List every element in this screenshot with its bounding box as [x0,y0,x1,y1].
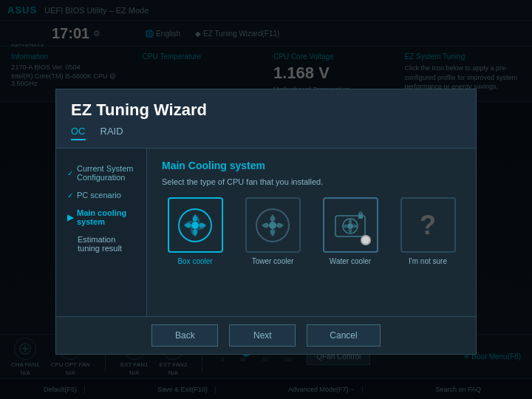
box-cooler-label: Box cooler [177,257,212,265]
question-icon: ? [420,210,436,241]
dialog-tabs: OC RAID [71,126,461,140]
cooler-unsure[interactable]: ? I'm not sure [395,197,461,265]
step-result[interactable]: Estimation tuning result [64,231,139,257]
tower-fan-svg [254,207,291,244]
check-icon: ✓ [67,169,73,177]
svg-point-6 [347,223,353,229]
tower-cooler-icon-wrap [245,197,301,253]
arrow-icon: ▶ [67,213,73,222]
cooler-options: Box cooler Tower cooler [162,197,461,265]
dialog-footer: Back Next Cancel [56,316,476,354]
unsure-icon-wrap: ? [400,197,456,253]
svg-point-1 [191,222,199,229]
box-cooler-icon-wrap [168,197,223,253]
content-area: Main Cooling system Select the type of C… [147,149,476,316]
ez-tuning-dialog: EZ Tuning Wizard OC RAID ✓ Current Syste… [55,89,477,355]
box-fan-svg [177,207,214,244]
step-config[interactable]: ✓ Current System Configuration [64,160,139,186]
water-cooler-icon-wrap [323,197,378,253]
dialog-body: ✓ Current System Configuration ✓ PC scen… [56,149,476,316]
back-button[interactable]: Back [151,324,218,347]
cooler-tower[interactable]: Tower cooler [239,197,306,265]
svg-point-3 [269,222,276,229]
next-button[interactable]: Next [229,324,296,347]
dialog-header: EZ Tuning Wizard OC RAID [56,89,476,149]
unsure-label: I'm not sure [409,257,447,265]
content-desc: Select the type of CPU fan that you inst… [162,177,461,186]
tab-oc[interactable]: OC [71,126,86,140]
dialog-title: EZ Tuning Wizard [71,100,461,120]
cooler-water[interactable]: Water cooler [317,197,383,265]
step-scenario[interactable]: ✓ PC scenario [64,186,139,204]
svg-rect-8 [359,211,362,214]
content-title: Main Cooling system [162,160,461,171]
step-cooling[interactable]: ▶ Main cooling system [64,204,139,231]
cooler-box[interactable]: Box cooler [162,197,228,265]
steps-sidebar: ✓ Current System Configuration ✓ PC scen… [56,149,147,316]
water-cooler-label: Water cooler [330,257,371,265]
cursor-indicator [361,235,371,245]
cancel-button[interactable]: Cancel [307,324,380,347]
tab-raid[interactable]: RAID [100,126,123,140]
tower-cooler-label: Tower cooler [252,257,294,265]
check-icon-2: ✓ [67,191,73,200]
